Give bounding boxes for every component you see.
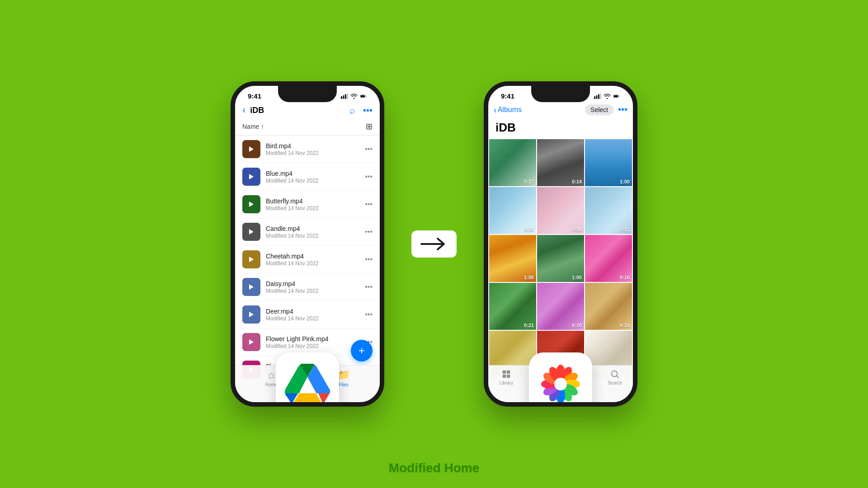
- svg-rect-7: [596, 95, 598, 99]
- photo-duration-4: 0:20: [524, 227, 534, 232]
- albums-select-button[interactable]: Select: [585, 104, 613, 115]
- file-name-candle: Candle.mp4: [266, 225, 359, 232]
- file-name-flower-light-pink: Flower Light Pink.mp4: [266, 335, 359, 343]
- svg-rect-15: [507, 375, 510, 378]
- file-item-blue[interactable]: Blue.mp4 Modified 14 Nov 2022 •••: [235, 163, 380, 191]
- search-icon[interactable]: ⌕: [349, 105, 355, 116]
- photo-duration-1: 0:17: [524, 179, 534, 184]
- file-thumb-flower-light-pink: [242, 333, 260, 351]
- photo-cell-5[interactable]: 0:30: [537, 187, 584, 234]
- photos-tab-library[interactable]: Library: [488, 369, 524, 385]
- svg-rect-1: [343, 95, 344, 99]
- file-name-daisy: Daisy.mp4: [266, 280, 359, 287]
- file-item-daisy[interactable]: Daisy.mp4 Modified 14 Nov 2022 •••: [235, 273, 380, 301]
- left-status-time: 9:41: [248, 92, 261, 100]
- file-item-butterfly[interactable]: Butterfly.mp4 Modified 14 Nov 2022 •••: [235, 191, 380, 218]
- file-more-blue[interactable]: •••: [365, 173, 373, 181]
- back-chevron-icon: ‹: [494, 105, 497, 115]
- file-date-butterfly: Modified 14 Nov 2022: [266, 205, 359, 211]
- arrow-container: [411, 230, 457, 258]
- photos-tab-library-label: Library: [500, 380, 514, 385]
- svg-point-29: [554, 378, 567, 390]
- photos-tab-search[interactable]: Search: [597, 369, 633, 385]
- file-thumb-cheetah: [242, 250, 260, 268]
- more-icon[interactable]: •••: [363, 105, 373, 116]
- photo-duration-10: 0:21: [524, 323, 534, 328]
- right-phone: 9:41: [484, 81, 637, 407]
- fab-button[interactable]: +: [351, 340, 373, 361]
- svg-rect-13: [507, 371, 510, 374]
- file-date-flower-light-pink: Modified 14 Nov 2022: [266, 343, 359, 349]
- file-more-cheetah[interactable]: •••: [365, 255, 373, 263]
- file-name-blue: Blue.mp4: [266, 170, 359, 177]
- file-item-cheetah[interactable]: Cheetah.mp4 Modified 14 Nov 2022 •••: [235, 246, 380, 273]
- file-thumb-blue: [242, 168, 260, 186]
- photo-duration-8: 1:00: [572, 275, 582, 280]
- photo-cell-10[interactable]: 0:21: [489, 283, 536, 330]
- right-wifi-icon: [604, 94, 611, 99]
- file-more-butterfly[interactable]: •••: [365, 200, 373, 208]
- photo-cell-8[interactable]: 1:00: [537, 235, 584, 282]
- file-item-bird[interactable]: Bird.mp4 Modified 14 Nov 2022 •••: [235, 136, 380, 163]
- sort-label[interactable]: Name ↑: [242, 123, 264, 130]
- photo-duration-2: 0:14: [572, 179, 582, 184]
- photo-duration-9: 0:16: [620, 275, 630, 280]
- svg-rect-14: [503, 375, 506, 378]
- svg-rect-2: [345, 94, 346, 99]
- gdrive-logo: [285, 364, 330, 404]
- file-name-cheetah: Cheetah.mp4: [266, 253, 359, 260]
- left-nav-actions: ⌕ •••: [349, 105, 373, 116]
- photo-cell-3[interactable]: 1:00: [585, 139, 632, 186]
- albums-more-button[interactable]: •••: [618, 104, 627, 115]
- arrow-icon: [420, 237, 448, 251]
- right-status-time: 9:41: [501, 92, 514, 100]
- file-more-deer[interactable]: •••: [365, 310, 373, 319]
- photo-cell-2[interactable]: 0:14: [537, 139, 584, 186]
- library-icon: [501, 369, 511, 379]
- file-info-cheetah: Cheetah.mp4 Modified 14 Nov 2022: [266, 253, 359, 267]
- bottom-label: Modified Home: [389, 461, 480, 475]
- file-item-deer[interactable]: Deer.mp4 Modified 14 Nov 2022 •••: [235, 301, 380, 328]
- photo-cell-11[interactable]: 0:10: [537, 283, 584, 330]
- tab-files-label: Files: [339, 382, 348, 387]
- file-date-bird: Modified 14 Nov 2022: [266, 150, 359, 156]
- photos-app-icon: [529, 352, 592, 407]
- albums-back-button[interactable]: ‹ Albums: [494, 105, 522, 115]
- file-thumb-deer: [242, 305, 260, 324]
- svg-rect-12: [503, 371, 506, 374]
- photo-duration-6: 1:12: [620, 227, 630, 232]
- photo-cell-4[interactable]: 0:20: [489, 187, 536, 234]
- signal-icon: [341, 94, 348, 99]
- albums-actions: Select •••: [585, 104, 627, 115]
- photo-cell-1[interactable]: 0:17: [489, 139, 536, 186]
- files-icon: 📁: [338, 369, 350, 381]
- photo-grid: 0:17 0:14 1:00 0:20 0:30: [488, 139, 633, 378]
- file-date-daisy: Modified 14 Nov 2022: [266, 288, 359, 294]
- photo-duration-12: 0:25: [620, 323, 630, 328]
- file-more-candle[interactable]: •••: [365, 228, 373, 236]
- file-thumb-butterfly: [242, 195, 260, 213]
- file-info-daisy: Daisy.mp4 Modified 14 Nov 2022: [266, 280, 359, 294]
- photo-cell-6[interactable]: 1:12: [585, 187, 632, 234]
- file-info-bird: Bird.mp4 Modified 14 Nov 2022: [266, 142, 359, 156]
- file-more-daisy[interactable]: •••: [365, 283, 373, 291]
- albums-back-label: Albums: [498, 106, 522, 114]
- grid-icon[interactable]: ⊞: [366, 122, 373, 131]
- photo-cell-9[interactable]: 0:16: [585, 235, 632, 282]
- file-name-bird: Bird.mp4: [266, 142, 359, 150]
- file-more-bird[interactable]: •••: [365, 145, 373, 153]
- album-title: iDB: [488, 119, 633, 139]
- photo-cell-12[interactable]: 0:25: [585, 283, 632, 330]
- file-name-butterfly: Butterfly.mp4: [266, 197, 359, 205]
- left-nav-back[interactable]: ‹: [242, 104, 245, 116]
- file-info-blue: Blue.mp4 Modified 14 Nov 2022: [266, 170, 359, 184]
- svg-rect-3: [347, 94, 349, 99]
- photos-tab-search-label: Search: [608, 380, 622, 385]
- file-info-deer: Deer.mp4 Modified 14 Nov 2022: [266, 308, 359, 322]
- right-status-bar: 9:41: [488, 86, 633, 102]
- file-item-candle[interactable]: Candle.mp4 Modified 14 Nov 2022 •••: [235, 218, 380, 246]
- svg-rect-6: [594, 96, 595, 99]
- wifi-icon: [350, 94, 358, 99]
- photo-cell-7[interactable]: 1:00: [489, 235, 536, 282]
- file-name-deer: Deer.mp4: [266, 308, 359, 315]
